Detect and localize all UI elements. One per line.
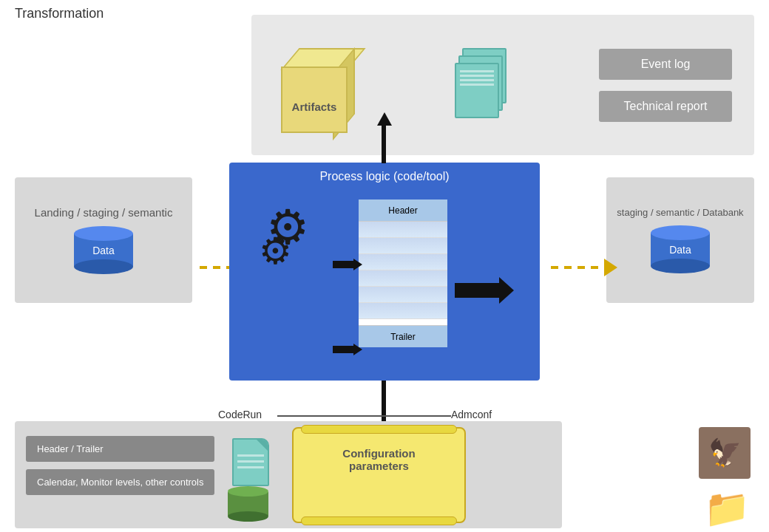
eagle-icon: 🦅 <box>699 427 751 479</box>
scroll-curl-bottom <box>301 516 457 525</box>
up-arrow-head <box>377 112 392 126</box>
arrow-line-1 <box>333 261 353 268</box>
right-box-label: staging / semantic / Databank <box>617 207 743 218</box>
doc-row-2 <box>359 238 447 254</box>
doc-line-2 <box>237 460 264 463</box>
right-arrow-head <box>604 259 617 276</box>
cube-front-face: Artifacts <box>281 66 348 133</box>
left-box-label: Landing / staging / semantic <box>35 206 173 219</box>
up-arrow-line <box>382 122 386 163</box>
process-title: Process logic (code/tool) <box>229 163 540 191</box>
big-arrow-line <box>455 283 499 298</box>
process-doc-header: Header <box>359 200 447 222</box>
db-bottom-left <box>74 259 133 274</box>
gear-small-icon: ⚙ <box>259 233 292 270</box>
right-data-label-text: Data <box>651 244 710 256</box>
config-scroll: Configuration parameters <box>292 427 466 523</box>
small-arrow-2 <box>333 344 362 355</box>
arrow-head-1 <box>353 259 362 270</box>
calendar-monitor-button[interactable]: Calendar, Monitor levels, other controls <box>26 469 214 495</box>
scroll-curl-top <box>301 425 457 434</box>
left-data-box: Landing / staging / semantic Data <box>15 177 192 303</box>
small-arrow-1 <box>333 259 362 270</box>
coderun-admconf-line <box>277 415 451 417</box>
process-logic-box: Process logic (code/tool) ⚙ ⚙ Header Tra… <box>229 163 540 381</box>
arrow-line-2 <box>333 346 353 353</box>
bottom-doc-icon <box>232 438 269 486</box>
right-db-cylinder: Data <box>651 225 710 273</box>
db-top-right <box>651 225 710 240</box>
event-log-button[interactable]: Event log <box>599 49 732 80</box>
doc-row-5 <box>359 287 447 303</box>
bottom-db-bottom <box>228 511 268 522</box>
document-stack <box>455 48 507 122</box>
process-document: Header Trailer <box>359 200 447 347</box>
artifacts-area: Artifacts Event log Technical report <box>251 15 754 155</box>
small-arrow-1-inner <box>333 259 362 270</box>
doc-row-6 <box>359 303 447 319</box>
artifact-cube: Artifacts <box>274 37 355 133</box>
bottom-db-cylinder <box>228 486 268 522</box>
right-dashed-arrow <box>551 259 617 276</box>
doc-line-3 <box>237 466 264 468</box>
header-trailer-button[interactable]: Header / Trailer <box>26 436 214 462</box>
process-output-arrow <box>455 277 514 304</box>
doc-page-front <box>455 63 499 118</box>
artifact-label: Artifacts <box>292 100 337 113</box>
doc-line-1 <box>237 454 264 457</box>
doc-fold <box>257 440 268 451</box>
gears-container: ⚙ ⚙ <box>259 203 348 292</box>
arrow-head-2 <box>353 344 362 355</box>
doc-row-4 <box>359 270 447 287</box>
right-data-box: staging / semantic / Databank Data <box>606 177 754 303</box>
doc-row-3 <box>359 254 447 270</box>
config-params-title: Configuration parameters <box>294 429 464 476</box>
db-top-left <box>74 226 133 241</box>
admconf-label: Admconf <box>451 409 492 420</box>
output-buttons: Event log Technical report <box>599 49 732 122</box>
process-doc-trailer: Trailer <box>359 325 447 347</box>
artifact-cube-container: Artifacts <box>274 37 355 133</box>
db-bottom-right <box>651 259 710 273</box>
bottom-db-top <box>228 486 268 497</box>
bottom-controls: Header / Trailer Calendar, Monitor level… <box>26 436 214 495</box>
right-dashed-line <box>551 266 604 269</box>
left-db-cylinder: Data <box>74 226 133 274</box>
big-arrow-head <box>499 277 514 304</box>
small-arrow-2-inner <box>333 344 362 355</box>
coderun-label: CodeRun <box>218 409 262 420</box>
folder-icon: 📁 <box>699 484 754 532</box>
page-title: Transformation <box>15 6 104 21</box>
doc-row-1 <box>359 222 447 238</box>
technical-report-button[interactable]: Technical report <box>599 91 732 122</box>
left-data-label-text: Data <box>74 245 133 256</box>
